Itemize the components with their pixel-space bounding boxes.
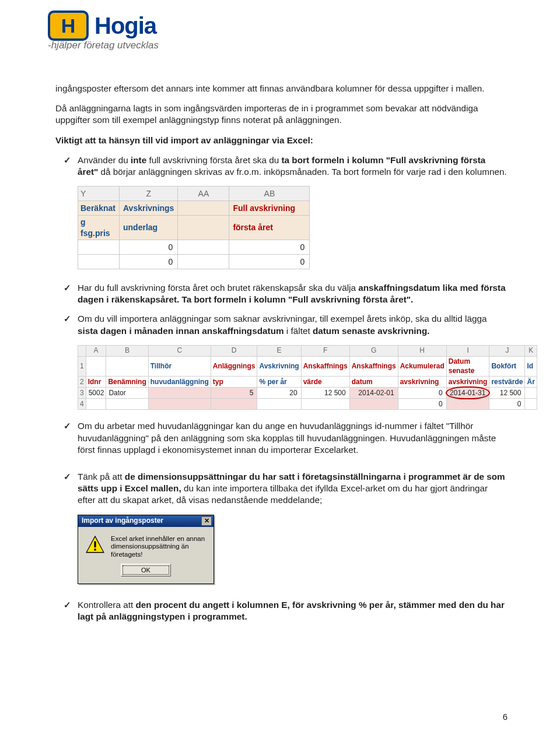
row-header: 1 <box>78 356 86 377</box>
table-cell <box>178 255 229 269</box>
col-header: J <box>489 345 525 356</box>
list-item: Använder du inte full avskrivning första… <box>55 154 508 178</box>
table-cell: avskrivning <box>398 377 446 388</box>
table-cell <box>211 399 257 410</box>
table-cell: Full avskrivning <box>229 201 310 216</box>
table-cell: Idnr <box>86 377 106 388</box>
table-cell <box>148 388 211 399</box>
warning-dialog: Import av ingångsposter ✕ Excel arket in… <box>78 515 214 584</box>
table-cell <box>106 399 148 410</box>
table-cell: avskrivning <box>446 377 489 388</box>
paragraph: ingångsposter eftersom det annars inte k… <box>55 83 508 94</box>
table-cell <box>301 399 349 410</box>
col-header: K <box>525 345 537 356</box>
svg-rect-1 <box>94 541 96 547</box>
table-cell: Beräknat <box>78 201 120 216</box>
col-header: E <box>257 345 301 356</box>
table-cell: första året <box>229 216 310 240</box>
table-cell: Id <box>525 356 537 377</box>
col-header: AB <box>229 187 310 201</box>
table-cell <box>78 240 120 255</box>
table-cell: 0 <box>120 255 178 269</box>
table-cell-highlighted: 2014-01-31 <box>446 388 489 399</box>
table-cell: typ <box>211 377 257 388</box>
table-cell: underlag <box>120 216 178 240</box>
excel-snippet-import: A B C D E F G H I J K 1 Tillhör Anläggni… <box>78 345 537 410</box>
table-cell <box>78 255 120 269</box>
table-cell <box>178 201 229 216</box>
table-cell: 0 <box>398 399 446 410</box>
logo-mark: H <box>48 10 89 41</box>
table-cell: Är <box>525 377 537 388</box>
row-header: 3 <box>78 388 86 399</box>
col-header: G <box>349 345 398 356</box>
table-cell: Avskrivnings <box>120 201 178 216</box>
logo-tagline: -hjälper företag utvecklas <box>48 40 159 51</box>
col-header: I <box>446 345 489 356</box>
table-cell: Bokfört <box>489 356 525 377</box>
list-item: Tänk på att de dimensionsuppsättningar d… <box>55 471 508 507</box>
col-header: D <box>211 345 257 356</box>
paragraph: Viktigt att ta hänsyn till vid import av… <box>55 135 508 146</box>
table-cell: 0 <box>120 240 178 255</box>
table-cell <box>86 399 106 410</box>
col-header: C <box>148 345 211 356</box>
table-cell: värde <box>301 377 349 388</box>
dialog-title-text: Import av ingångsposter <box>82 516 163 526</box>
row-header: 2 <box>78 377 86 388</box>
warning-icon <box>85 535 105 555</box>
dialog-message: Excel arket innehåller en annan dimensio… <box>111 535 208 559</box>
close-icon[interactable]: ✕ <box>201 516 212 526</box>
list-item: Kontrollera att den procent du angett i … <box>55 599 508 623</box>
table-cell: 5 <box>211 388 257 399</box>
col-header: A <box>86 345 106 356</box>
table-cell: Avskrivning <box>257 356 301 377</box>
col-header: B <box>106 345 148 356</box>
list-item: Om du vill importera anläggningar som sa… <box>55 313 508 336</box>
table-cell: 0 <box>398 388 446 399</box>
ok-button[interactable]: OK <box>121 564 171 576</box>
table-cell: Anskaffnings <box>301 356 349 377</box>
list-item: Har du full avskrivning första året och … <box>55 282 508 305</box>
table-cell: 12 500 <box>301 388 349 399</box>
brand-logo: H Hogia -hjälper företag utvecklas <box>48 10 159 51</box>
table-cell: Ackumulerad <box>398 356 446 377</box>
table-cell <box>178 240 229 255</box>
table-cell: restvärde <box>489 377 525 388</box>
table-cell: Datum senaste <box>446 356 489 377</box>
table-cell <box>446 399 489 410</box>
col-header: H <box>398 345 446 356</box>
col-header: Z <box>120 187 178 201</box>
paragraph: Då anläggningarna lagts in som ingångsvä… <box>55 103 508 126</box>
logo-wordmark: Hogia <box>94 13 156 39</box>
table-cell: datum <box>349 377 398 388</box>
table-cell: huvudanläggning <box>148 377 211 388</box>
table-cell: Anskaffnings <box>349 356 398 377</box>
table-cell <box>106 356 148 377</box>
col-header: Y <box>78 187 120 201</box>
table-cell: g fsg.pris <box>78 216 120 240</box>
col-header: F <box>301 345 349 356</box>
table-cell: 5002 <box>86 388 106 399</box>
table-cell: Anläggnings <box>211 356 257 377</box>
table-cell: Tillhör <box>148 356 211 377</box>
table-cell: 0 <box>489 399 525 410</box>
row-header: 4 <box>78 399 86 410</box>
svg-rect-2 <box>94 548 96 550</box>
table-cell <box>525 399 537 410</box>
table-cell <box>525 388 537 399</box>
excel-snippet-avskrivning: Y Z AA AB Beräknat Avskrivnings Full avs… <box>78 186 310 269</box>
table-cell: 0 <box>229 240 310 255</box>
table-cell <box>148 399 211 410</box>
table-cell: 12 500 <box>489 388 525 399</box>
list-item: Om du arbetar med huvudanläggningar kan … <box>55 420 508 456</box>
table-cell <box>257 399 301 410</box>
table-cell <box>349 399 398 410</box>
col-header: AA <box>178 187 229 201</box>
table-cell: % per år <box>257 377 301 388</box>
corner-cell <box>78 345 86 356</box>
table-cell <box>178 216 229 240</box>
table-cell: 2014-02-01 <box>349 388 398 399</box>
page-number: 6 <box>503 712 508 722</box>
table-cell: Dator <box>106 388 148 399</box>
